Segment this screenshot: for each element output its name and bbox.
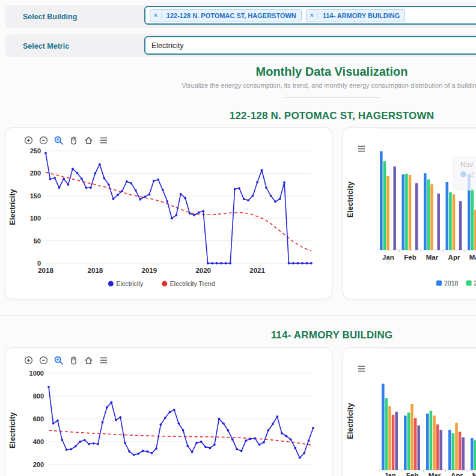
bar-2022[interactable] [462,437,465,470]
data-point [229,262,231,264]
remove-tag-icon[interactable]: × [150,12,162,19]
bar-2022[interactable] [459,201,462,250]
data-point [106,406,108,409]
line-chart[interactable]: 050100150200250Electricity20182018201920… [5,128,333,300]
bar-2019[interactable] [471,189,474,250]
data-point [249,438,252,440]
data-point [191,451,194,453]
bar-2022[interactable] [439,430,442,470]
data-point [258,444,261,446]
metric-select[interactable]: Electricity [144,36,476,55]
bar-2018[interactable] [380,151,383,250]
data-point [144,195,146,198]
bar-2021[interactable] [414,418,417,470]
bar-chart[interactable]: 050100150200250ElectricityJanFebMarAprMa… [343,128,476,300]
remove-tag-icon[interactable]: × [307,12,318,19]
bar-2020[interactable] [410,404,413,470]
legend-label[interactable]: 2019 [474,279,476,287]
electricity-line-series [49,387,313,458]
data-point [294,447,296,450]
data-point [182,429,185,432]
line-chart[interactable]: 2004006008001000Electricity [5,348,333,476]
bar-2019[interactable] [452,433,455,470]
data-point [285,435,287,438]
data-point [312,427,314,429]
bar-2018[interactable] [471,438,474,470]
data-point [93,442,95,445]
bar-2020[interactable] [433,416,436,471]
y-tick-label: 150 [30,192,41,200]
bar-2019[interactable] [385,398,388,470]
bar-2018[interactable] [448,430,451,470]
bar-2022[interactable] [393,166,396,250]
bar-2020[interactable] [453,194,456,250]
bar-2019[interactable] [449,192,452,250]
data-point [225,262,227,264]
data-point [52,423,55,425]
bar-2022[interactable] [395,412,398,470]
trend-line-series [46,172,311,251]
data-point [276,415,278,418]
legend-marker[interactable] [108,281,114,287]
bar-2018[interactable] [402,174,405,250]
bar-2019[interactable] [430,410,433,470]
data-point [53,177,56,179]
bar-2020[interactable] [388,406,391,470]
bar-2019[interactable] [427,179,430,250]
x-tick-label: Mar [426,254,439,261]
bar-2021[interactable] [436,424,439,470]
y-tick-label: 100 [30,215,41,222]
data-point [44,152,47,154]
bar-2022[interactable] [417,426,420,470]
data-point [263,441,265,444]
legend-label[interactable]: Electricity [116,280,144,287]
bar-2022[interactable] [437,194,440,250]
bar-2020[interactable] [430,185,433,251]
y-tick-label: 250 [30,147,41,154]
data-point [238,187,240,189]
bar-2022[interactable] [415,183,418,250]
y-tick-label: 200 [30,169,41,177]
data-point [245,439,247,442]
data-point [112,198,115,200]
data-point [299,457,301,459]
bar-2021[interactable] [392,415,395,470]
bar-2020[interactable] [409,175,412,250]
data-point [283,182,285,184]
legend-label[interactable]: 2018 [444,279,459,287]
x-tick-label: Jan [384,472,396,476]
data-point [177,423,180,425]
bar-2021[interactable] [459,432,462,470]
data-point [301,262,304,264]
data-point [186,445,189,447]
bar-2019[interactable] [405,174,408,250]
data-point [85,186,88,189]
bar-2019[interactable] [474,440,476,470]
legend-marker[interactable] [466,281,472,286]
bar-2019[interactable] [383,161,386,250]
page-subtitle: Visualize the energy consumption, its tr… [0,82,476,89]
legend-label[interactable]: Electricity Trend [170,280,215,287]
data-point [227,429,229,432]
bar-2018[interactable] [424,173,427,250]
bar-2020[interactable] [455,423,458,470]
bar-2018[interactable] [446,182,449,250]
bar-chart[interactable]: 02004006008001000ElectricityJanFebMarApr… [343,348,476,476]
legend-marker[interactable] [436,281,442,286]
bar-2018[interactable] [426,413,429,470]
data-point [117,194,119,196]
y-tick-label: 800 [33,392,44,400]
data-point [173,409,175,411]
page-title: Monthly Data Visualization [0,65,476,79]
data-point [279,198,281,200]
bar-2019[interactable] [407,413,410,470]
data-point [67,183,70,186]
bar-2018[interactable] [382,384,385,470]
data-point [292,262,294,264]
bar-2018[interactable] [404,416,407,471]
bar-2020[interactable] [386,176,389,250]
data-point [47,386,50,388]
data-point [128,450,130,453]
building-multiselect[interactable]: × 122-128 N. POTOMAC ST, HAGERSTOWN × 11… [144,6,476,25]
legend-marker[interactable] [162,281,167,287]
